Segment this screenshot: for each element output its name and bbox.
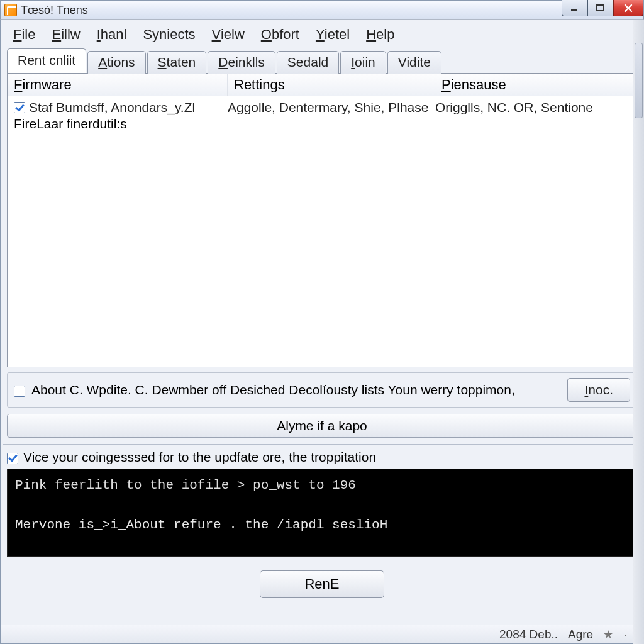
window-body: File Eillw Ihanl Syniects Vielw Obfort Y… bbox=[0, 20, 644, 644]
scrollbar[interactable] bbox=[633, 20, 644, 644]
check-line: Vice your coingesssed for to the updfate… bbox=[7, 450, 637, 465]
statusbar: 2084 Deb.. Agre ★ · · bbox=[1, 625, 643, 643]
star-icon[interactable]: ★ bbox=[603, 628, 613, 641]
column-rettings[interactable]: Rettings bbox=[228, 74, 435, 96]
menu-vielw[interactable]: Vielw bbox=[204, 24, 252, 45]
tab-rent-cnliit[interactable]: Rent cnliit bbox=[7, 48, 86, 73]
separator bbox=[3, 444, 641, 445]
window-controls bbox=[562, 0, 643, 16]
cell-rettings: Aggolle, Dentermary, Shie, Plhase bbox=[228, 100, 435, 115]
bottom-button-row: RenE bbox=[1, 570, 643, 598]
row-checkbox[interactable] bbox=[14, 102, 25, 113]
menu-yietel[interactable]: Yietel bbox=[308, 24, 357, 45]
menu-file[interactable]: File bbox=[6, 24, 43, 45]
titlebar: Tœsó! Tnens bbox=[0, 0, 644, 20]
tab-deinklls[interactable]: Deinklls bbox=[208, 51, 275, 74]
console-output[interactable]: Pink feerlith to the iofile > po_wst to … bbox=[7, 469, 637, 557]
wide-button-row: Alyme if a kapo bbox=[7, 414, 637, 438]
row-extra-text: FireLaar finerdutil:s bbox=[8, 115, 636, 131]
svg-rect-0 bbox=[571, 9, 577, 11]
minimize-button[interactable] bbox=[562, 0, 588, 16]
tab-ioiin[interactable]: Ioiin bbox=[340, 51, 386, 74]
scrollbar-thumb[interactable] bbox=[635, 43, 643, 118]
cell-piensause: Origglls, NC. OR, Sentione bbox=[435, 100, 630, 115]
tab-ations[interactable]: Ations bbox=[87, 51, 145, 74]
maximize-icon bbox=[596, 4, 606, 13]
vice-checkbox[interactable] bbox=[7, 453, 18, 464]
minimize-icon bbox=[570, 4, 580, 13]
option-row: About C. Wpdite. C. Dewmber off Desiched… bbox=[7, 372, 637, 408]
tabstrip: Rent cnliit Ations Staten Deinklls Sedal… bbox=[1, 49, 643, 73]
menu-ihanl[interactable]: Ihanl bbox=[89, 24, 135, 45]
list-body[interactable]: Staf Bumdsff, Anondars_y.Zl Aggolle, Den… bbox=[8, 96, 636, 367]
menu-obfort[interactable]: Obfort bbox=[253, 24, 307, 45]
status-text-1: 2084 Deb.. bbox=[499, 628, 558, 641]
option-checkbox[interactable] bbox=[14, 386, 25, 397]
tab-vidite[interactable]: Vidite bbox=[387, 51, 441, 74]
column-firmware[interactable]: Firmware bbox=[8, 74, 228, 96]
menu-eillw[interactable]: Eillw bbox=[44, 24, 87, 45]
svg-rect-1 bbox=[597, 5, 604, 11]
app-icon bbox=[4, 4, 17, 16]
alyme-button[interactable]: Alyme if a kapo bbox=[7, 414, 637, 438]
tab-staten[interactable]: Staten bbox=[147, 51, 207, 74]
option-label: About C. Wpdite. C. Dewmber off Desiched… bbox=[31, 382, 561, 397]
window-title: Tœsó! Tnens bbox=[21, 4, 88, 17]
status-text-2: Agre bbox=[568, 628, 593, 641]
menu-help[interactable]: Help bbox=[358, 24, 402, 45]
close-button[interactable] bbox=[613, 0, 643, 16]
column-headers: Firmware Rettings Piensause bbox=[8, 74, 636, 96]
inoc-button[interactable]: Inoc. bbox=[567, 378, 630, 402]
tab-sedald[interactable]: Sedald bbox=[277, 51, 339, 74]
menu-syniects[interactable]: Syniects bbox=[135, 24, 203, 45]
maximize-button[interactable] bbox=[587, 0, 614, 16]
column-piensause[interactable]: Piensause bbox=[435, 74, 636, 96]
close-icon bbox=[623, 4, 633, 13]
table-row[interactable]: Staf Bumdsff, Anondars_y.Zl Aggolle, Den… bbox=[8, 96, 636, 115]
console-line-2: Mervone is_>i_About refure . the /iapdl … bbox=[15, 518, 387, 532]
rene-button[interactable]: RenE bbox=[260, 570, 384, 598]
menubar: File Eillw Ihanl Syniects Vielw Obfort Y… bbox=[1, 20, 643, 48]
cell-firmware: Staf Bumdsff, Anondars_y.Zl bbox=[29, 100, 195, 115]
list-panel: Firmware Rettings Piensause Staf Bumdsff… bbox=[7, 73, 637, 367]
vice-label: Vice your coingesssed for to the updfate… bbox=[23, 450, 376, 465]
console-line-1: Pink feerlith to the iofile > po_wst to … bbox=[15, 478, 356, 492]
